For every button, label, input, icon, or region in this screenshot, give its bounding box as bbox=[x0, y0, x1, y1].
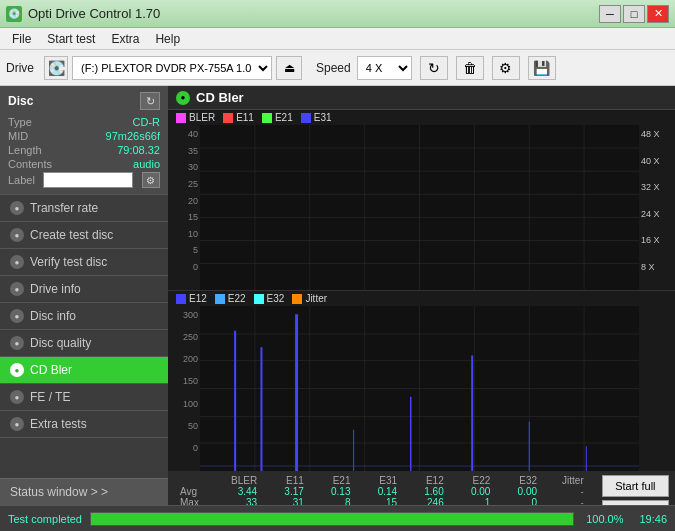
disc-length-label: Length bbox=[8, 144, 42, 156]
disc-contents-label: Contents bbox=[8, 158, 52, 170]
stats-cell: - bbox=[541, 497, 588, 505]
stats-cell: 1.60 bbox=[401, 486, 448, 497]
nav-item-verify-test-disc[interactable]: ●Verify test disc bbox=[0, 249, 168, 276]
menu-bar: File Start test Extra Help bbox=[0, 28, 675, 50]
top-y-label: 10 bbox=[170, 229, 198, 239]
nav-item-cd-bler[interactable]: ●CD Bler bbox=[0, 357, 168, 384]
menu-help[interactable]: Help bbox=[147, 30, 188, 48]
stats-cell: 3.44 bbox=[215, 486, 262, 497]
top-right-axis: 48 X40 X32 X24 X16 X8 X bbox=[639, 125, 675, 290]
chart-icon: ● bbox=[176, 91, 190, 105]
stats-header- bbox=[176, 475, 215, 486]
menu-file[interactable]: File bbox=[4, 30, 39, 48]
stats-cell: 15 bbox=[354, 497, 401, 505]
legend-label-bottom-E32: E32 bbox=[267, 293, 285, 304]
nav-item-transfer-rate[interactable]: ●Transfer rate bbox=[0, 195, 168, 222]
stats-cell: 0.00 bbox=[494, 486, 541, 497]
start-full-button[interactable]: Start full bbox=[602, 475, 669, 497]
top-y-label: 25 bbox=[170, 179, 198, 189]
maximize-button[interactable]: □ bbox=[623, 5, 645, 23]
toolbar: Drive 💽 (F:) PLEXTOR DVDR PX-755A 1.08 ⏏… bbox=[0, 50, 675, 86]
legend-item-E21: E21 bbox=[262, 112, 293, 123]
nav-icon-verify-test-disc: ● bbox=[10, 255, 24, 269]
close-button[interactable]: ✕ bbox=[647, 5, 669, 23]
stats-header-E21: E21 bbox=[308, 475, 355, 486]
nav-item-fe-te[interactable]: ●FE / TE bbox=[0, 384, 168, 411]
disc-refresh-button[interactable]: ↻ bbox=[140, 92, 160, 110]
bottom-y-label: 250 bbox=[170, 332, 198, 342]
top-right-label: 40 X bbox=[641, 156, 671, 166]
disc-mid-value: 97m26s66f bbox=[106, 130, 160, 142]
drive-label: Drive bbox=[6, 61, 34, 75]
legend-item-bottom-E22: E22 bbox=[215, 293, 246, 304]
stats-body: Avg3.443.170.130.141.600.000.00-Max33318… bbox=[176, 486, 588, 505]
settings-button[interactable]: ⚙ bbox=[492, 56, 520, 80]
nav-icon-cd-bler: ● bbox=[10, 363, 24, 377]
chart-title: CD Bler bbox=[196, 90, 244, 105]
erase-button[interactable]: 🗑 bbox=[456, 56, 484, 80]
nav-icon-fe-te: ● bbox=[10, 390, 24, 404]
status-window-button[interactable]: Status window > > bbox=[0, 478, 168, 505]
stats-header-E32: E32 bbox=[494, 475, 541, 486]
window-controls: ─ □ ✕ bbox=[599, 5, 669, 23]
menu-start-test[interactable]: Start test bbox=[39, 30, 103, 48]
stats-table: BLERE11E21E31E12E22E32Jitter Avg3.443.17… bbox=[176, 475, 588, 505]
disc-panel: Disc ↻ Type CD-R MID 97m26s66f Length 79… bbox=[0, 86, 168, 195]
top-right-label: 16 X bbox=[641, 235, 671, 245]
top-right-label: 48 X bbox=[641, 129, 671, 139]
nav-item-create-test-disc[interactable]: ●Create test disc bbox=[0, 222, 168, 249]
nav-icon-disc-info: ● bbox=[10, 309, 24, 323]
bottom-y-label: 300 bbox=[170, 310, 198, 320]
disc-type-label: Type bbox=[8, 116, 32, 128]
drive-select[interactable]: (F:) PLEXTOR DVDR PX-755A 1.08 bbox=[72, 56, 272, 80]
speed-select[interactable]: 4 X bbox=[357, 56, 412, 80]
nav-label-verify-test-disc: Verify test disc bbox=[30, 255, 107, 269]
chart-header: ● CD Bler bbox=[168, 86, 675, 110]
bottom-y-label: 200 bbox=[170, 354, 198, 364]
legend-label-bottom-E22: E22 bbox=[228, 293, 246, 304]
status-bar: Test completed 100.0% 19:46 bbox=[0, 505, 675, 531]
top-y-axis: 4035302520151050 bbox=[168, 125, 200, 290]
disc-type-value: CD-R bbox=[133, 116, 161, 128]
status-window-label: Status window > > bbox=[10, 485, 108, 499]
chart-area: ● CD Bler BLERE11E21E31 4035302520151050 bbox=[168, 86, 675, 505]
nav-item-drive-info[interactable]: ●Drive info bbox=[0, 276, 168, 303]
speed-label: Speed bbox=[316, 61, 351, 75]
top-right-label: 32 X bbox=[641, 182, 671, 192]
drive-icon: 💽 bbox=[44, 56, 68, 80]
nav-item-disc-quality[interactable]: ●Disc quality bbox=[0, 330, 168, 357]
nav-label-disc-info: Disc info bbox=[30, 309, 76, 323]
top-y-label: 40 bbox=[170, 129, 198, 139]
disc-label-icon-button[interactable]: ⚙ bbox=[142, 172, 160, 188]
legend-color-bottom-E32 bbox=[254, 294, 264, 304]
legend-color-E11 bbox=[223, 113, 233, 123]
top-y-label: 5 bbox=[170, 245, 198, 255]
disc-label-label: Label bbox=[8, 174, 35, 186]
top-y-label: 0 bbox=[170, 262, 198, 272]
bottom-y-label: 150 bbox=[170, 376, 198, 386]
eject-button[interactable]: ⏏ bbox=[276, 56, 302, 80]
start-part-button[interactable]: Start part bbox=[602, 500, 669, 505]
bottom-y-axis: 300250200150100500 bbox=[168, 306, 200, 471]
menu-extra[interactable]: Extra bbox=[103, 30, 147, 48]
legend-label-bottom-Jitter: Jitter bbox=[305, 293, 327, 304]
stats-header-row: BLERE11E21E31E12E22E32Jitter bbox=[176, 475, 588, 486]
stats-cell: - bbox=[541, 486, 588, 497]
refresh-button[interactable]: ↻ bbox=[420, 56, 448, 80]
disc-label-input[interactable] bbox=[43, 172, 133, 188]
legend-color-bottom-Jitter bbox=[292, 294, 302, 304]
stats-buttons-row: BLERE11E21E31E12E22E32Jitter Avg3.443.17… bbox=[168, 471, 675, 505]
minimize-button[interactable]: ─ bbox=[599, 5, 621, 23]
nav-icon-create-test-disc: ● bbox=[10, 228, 24, 242]
save-button[interactable]: 💾 bbox=[528, 56, 556, 80]
nav-icon-transfer-rate: ● bbox=[10, 201, 24, 215]
status-text: Test completed bbox=[8, 513, 82, 525]
stats-cell: 0.14 bbox=[354, 486, 401, 497]
nav-item-disc-info[interactable]: ●Disc info bbox=[0, 303, 168, 330]
nav-item-extra-tests[interactable]: ●Extra tests bbox=[0, 411, 168, 438]
legend-item-bottom-E12: E12 bbox=[176, 293, 207, 304]
top-y-label: 20 bbox=[170, 196, 198, 206]
legend-item-E31: E31 bbox=[301, 112, 332, 123]
legend-label-BLER: BLER bbox=[189, 112, 215, 123]
legend-color-E21 bbox=[262, 113, 272, 123]
